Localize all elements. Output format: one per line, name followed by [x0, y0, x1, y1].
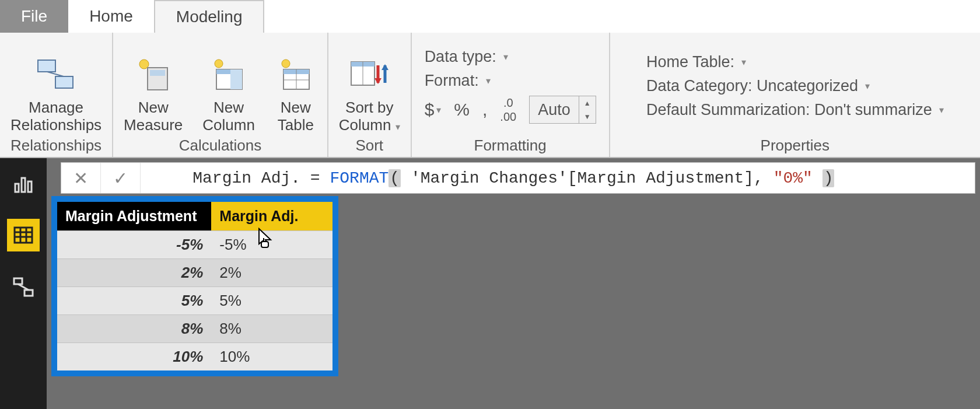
- manage-relationships-label: Manage Relationships: [10, 99, 102, 134]
- new-table-icon: [275, 54, 317, 96]
- table-row[interactable]: 10% 10%: [57, 343, 332, 371]
- relationships-group-label: Relationships: [10, 134, 102, 155]
- data-category-dropdown[interactable]: Data Category: Uncategorized ▾: [646, 77, 870, 95]
- ribbon-tab-row: File Home Modeling: [0, 0, 980, 33]
- new-column-icon: [208, 54, 250, 96]
- cell: 10%: [211, 343, 332, 371]
- new-table-button[interactable]: New Table: [272, 51, 319, 134]
- default-summarization-dropdown[interactable]: Default Summarization: Don't summarize ▾: [646, 101, 944, 119]
- svg-point-10: [282, 60, 290, 68]
- svg-rect-9: [230, 69, 242, 89]
- decimal-places-icon: .0.00: [500, 97, 516, 123]
- manage-relationships-button[interactable]: Manage Relationships: [8, 51, 104, 134]
- new-column-button[interactable]: New Column: [200, 51, 257, 134]
- chevron-down-icon: ▾: [741, 57, 746, 68]
- data-view-button[interactable]: [7, 219, 40, 251]
- new-measure-icon: [132, 54, 174, 96]
- sort-icon: [348, 54, 390, 96]
- table-row[interactable]: 2% 2%: [57, 259, 332, 287]
- currency-format-button[interactable]: $▾: [425, 100, 442, 120]
- view-switcher-rail: [0, 158, 47, 409]
- decimal-down-button[interactable]: ▼: [579, 110, 596, 123]
- decimal-places-value: Auto: [530, 101, 579, 119]
- format-dropdown[interactable]: Format: ▾: [425, 72, 491, 90]
- default-summarization-label: Default Summarization: Don't summarize: [646, 101, 932, 119]
- new-measure-label: New Measure: [124, 99, 183, 134]
- cell: 5%: [211, 287, 332, 315]
- cell: -5%: [211, 231, 332, 259]
- table-row[interactable]: -5% -5%: [57, 231, 332, 259]
- formula-string: "0%": [774, 169, 813, 187]
- tab-home[interactable]: Home: [68, 0, 154, 33]
- new-column-label: New Column: [202, 99, 255, 134]
- svg-rect-0: [38, 60, 55, 72]
- ribbon-group-relationships: Manage Relationships Relationships: [0, 33, 113, 157]
- cell: 8%: [57, 315, 211, 343]
- svg-line-28: [18, 284, 29, 290]
- table-row[interactable]: 8% 8%: [57, 315, 332, 343]
- svg-line-2: [47, 72, 64, 76]
- model-view-button[interactable]: [7, 271, 40, 304]
- new-table-label: New Table: [278, 99, 314, 134]
- new-measure-button[interactable]: New Measure: [121, 51, 185, 134]
- data-type-label: Data type:: [425, 48, 496, 66]
- formula-function: FORMAT: [330, 169, 388, 187]
- tab-modeling[interactable]: Modeling: [154, 0, 265, 33]
- svg-rect-27: [24, 290, 33, 296]
- svg-rect-1: [55, 76, 73, 88]
- formula-arg1: 'Margin Changes'[Margin Adjustment],: [401, 169, 774, 187]
- cell: 5%: [57, 287, 211, 315]
- table-row[interactable]: 5% 5%: [57, 287, 332, 315]
- chevron-down-icon: ▾: [486, 75, 491, 86]
- svg-rect-21: [15, 228, 32, 243]
- sort-by-column-label: Sort by Column ▾: [339, 99, 400, 134]
- formula-close-paren: ): [822, 169, 835, 187]
- chevron-down-icon: ▾: [436, 104, 441, 116]
- formula-commit-button[interactable]: ✓: [101, 163, 141, 193]
- cell: 2%: [211, 259, 332, 287]
- svg-rect-5: [150, 70, 165, 76]
- data-category-label: Data Category: Uncategorized: [646, 77, 858, 95]
- home-table-label: Home Table:: [646, 53, 734, 71]
- ribbon-group-calculations: New Measure New Column: [113, 33, 328, 157]
- svg-rect-19: [22, 178, 25, 192]
- relationships-icon: [35, 54, 77, 96]
- formula-lhs: Margin Adj. =: [192, 169, 330, 187]
- data-canvas: Margin Adjustment Margin Adj. -5% -5% 2%…: [47, 194, 980, 409]
- ribbon-group-properties: Home Table: ▾ Data Category: Uncategoriz…: [610, 33, 980, 157]
- formula-open-paren: (: [388, 169, 401, 187]
- decimal-up-button[interactable]: ▲: [579, 96, 596, 110]
- formula-cancel-button[interactable]: ✕: [61, 163, 101, 193]
- data-type-dropdown[interactable]: Data type: ▾: [425, 48, 508, 66]
- data-grid[interactable]: Margin Adjustment Margin Adj. -5% -5% 2%…: [51, 196, 338, 376]
- format-label: Format:: [425, 72, 479, 90]
- decimal-places-auto-stepper[interactable]: Auto ▲ ▼: [529, 96, 596, 124]
- svg-rect-20: [28, 181, 32, 192]
- ribbon: Manage Relationships Relationships New M…: [0, 33, 980, 158]
- home-table-dropdown[interactable]: Home Table: ▾: [646, 53, 746, 71]
- chevron-down-icon: ▾: [396, 122, 400, 132]
- cell: 2%: [57, 259, 211, 287]
- ribbon-group-sort: Sort by Column ▾ Sort: [328, 33, 412, 157]
- column-header-margin-adjustment[interactable]: Margin Adjustment: [57, 202, 211, 231]
- cell: -5%: [57, 231, 211, 259]
- chevron-down-icon: ▾: [865, 81, 870, 92]
- percent-format-button[interactable]: %: [454, 100, 470, 120]
- cell: 10%: [57, 343, 211, 371]
- sort-by-column-button[interactable]: Sort by Column ▾: [337, 51, 402, 134]
- cell: 8%: [211, 315, 332, 343]
- svg-point-6: [215, 60, 223, 68]
- ribbon-group-formatting: Data type: ▾ Format: ▾ $▾ % , .0.00 Auto: [412, 33, 610, 157]
- chevron-down-icon: ▾: [503, 51, 508, 62]
- report-view-button[interactable]: [7, 166, 40, 199]
- svg-rect-26: [14, 278, 22, 284]
- svg-rect-18: [15, 184, 19, 192]
- chevron-down-icon: ▾: [939, 104, 944, 116]
- thousands-separator-button[interactable]: ,: [482, 100, 487, 120]
- column-header-margin-adj[interactable]: Margin Adj.: [211, 202, 332, 231]
- formula-bar: ✕ ✓ Margin Adj. = FORMAT( 'Margin Change…: [61, 162, 975, 194]
- tab-file[interactable]: File: [0, 0, 68, 33]
